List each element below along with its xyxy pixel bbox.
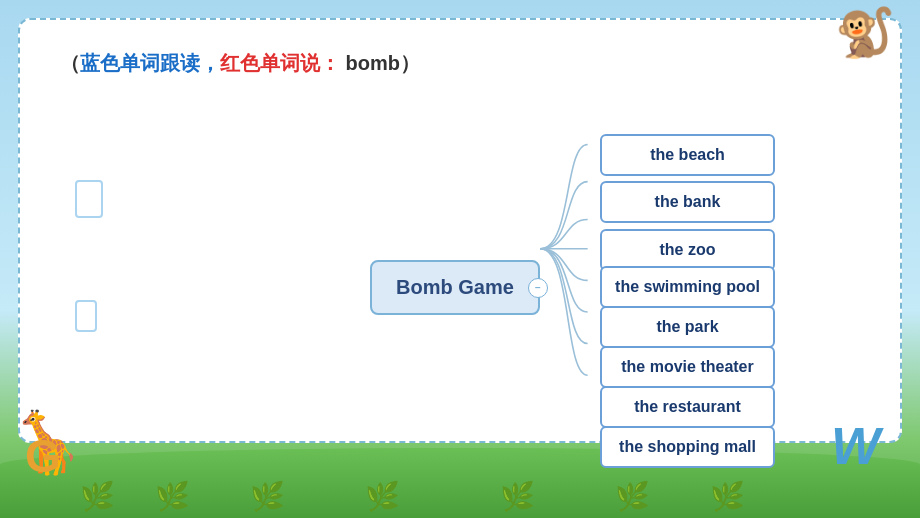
branch-node-park[interactable]: the park [600,306,775,348]
grass-patch-6: 🌿 [615,480,650,513]
instruction-red: 红色单词说： [220,52,340,74]
center-node[interactable]: Bomb Game − [370,260,540,315]
branch-label-bank: the bank [655,193,721,211]
grass-patch-2: 🌿 [155,480,190,513]
grass-decoration-row: 🌿 🌿 🌿 🌿 🌿 🌿 🌿 [0,468,920,513]
branch-node-shopping-mall[interactable]: the shopping mall [600,426,775,468]
branch-label-beach: the beach [650,146,725,164]
center-node-label: Bomb Game [396,276,514,299]
grass-patch-5: 🌿 [500,480,535,513]
branch-node-swimming-pool[interactable]: the swimming pool [600,266,775,308]
instruction-prefix: （ [60,52,80,74]
branch-node-zoo[interactable]: the zoo [600,229,775,271]
monkey-decoration: 🐒 [835,5,895,61]
branch-label-shopping-mall: the shopping mall [619,438,756,456]
branch-label-zoo: the zoo [660,241,716,259]
mindmap-lines [240,105,880,421]
branch-node-restaurant[interactable]: the restaurant [600,386,775,428]
center-node-icon: − [528,278,548,298]
branch-node-bank[interactable]: the bank [600,181,775,223]
grass-patch-3: 🌿 [250,480,285,513]
branch-node-beach[interactable]: the beach [600,134,775,176]
letter-w-decoration: W [831,416,880,476]
deco-box-2 [75,300,97,332]
letter-g-decoration: G [25,429,61,483]
branch-label-restaurant: the restaurant [634,398,741,416]
content-area: （蓝色单词跟读，红色单词说： bomb） [18,18,902,443]
branch-label-movie-theater: the movie theater [621,358,753,376]
instruction-bomb: bomb） [340,52,420,74]
grass-patch-7: 🌿 [710,480,745,513]
branch-label-park: the park [656,318,718,336]
deco-box-1 [75,180,103,218]
branch-node-movie-theater[interactable]: the movie theater [600,346,775,388]
instruction-text: （蓝色单词跟读，红色单词说： bomb） [60,50,420,77]
instruction-blue: 蓝色单词跟读， [80,52,220,74]
mindmap: Bomb Game − the beach the bank the zoo t… [240,105,880,421]
grass-patch-1: 🌿 [80,480,115,513]
branch-label-swimming-pool: the swimming pool [615,278,760,296]
grass-patch-4: 🌿 [365,480,400,513]
